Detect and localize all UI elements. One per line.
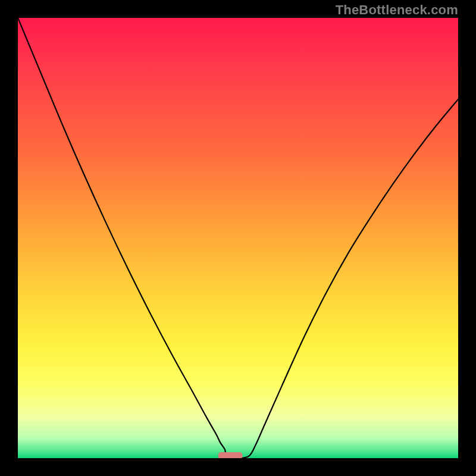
watermark-text: TheBottleneck.com bbox=[336, 2, 458, 18]
chart-frame: TheBottleneck.com bbox=[0, 0, 476, 476]
plot-area bbox=[18, 18, 458, 458]
gradient-background bbox=[18, 18, 458, 458]
optimal-marker bbox=[218, 452, 243, 458]
chart-svg bbox=[18, 18, 458, 458]
